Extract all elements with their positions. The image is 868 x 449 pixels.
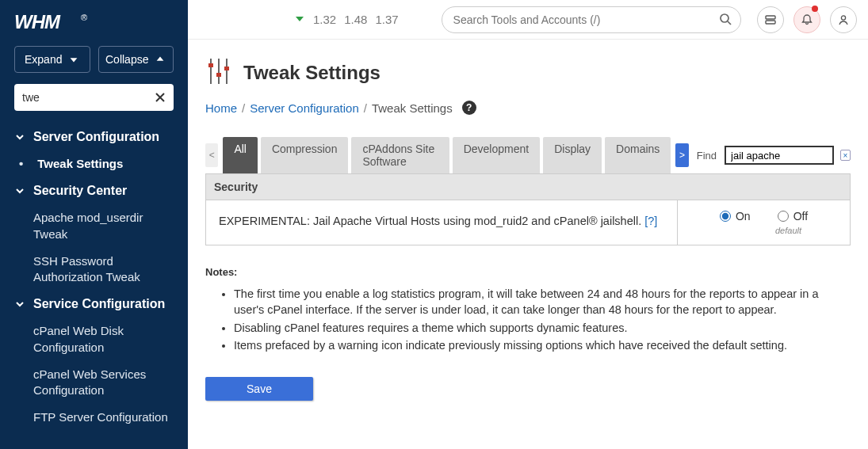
- note-item: The first time you enable a log statisti…: [234, 286, 851, 318]
- tab-cpaddons-site-software[interactable]: cPAddons Site Software: [351, 137, 449, 173]
- arrow-down-icon: [68, 54, 79, 65]
- svg-rect-11: [224, 67, 229, 70]
- radio-off-input[interactable]: [778, 211, 789, 222]
- note-item: Items prefaced by a warning icon indicat…: [234, 337, 851, 353]
- setting-text: EXPERIMENTAL: Jail Apache Virtual Hosts …: [219, 215, 644, 227]
- expand-button[interactable]: Expand: [14, 46, 90, 73]
- radio-on[interactable]: On: [720, 210, 751, 223]
- chevron-down-icon: [14, 185, 25, 196]
- global-search-input[interactable]: [442, 6, 741, 33]
- tab-compression[interactable]: Compression: [261, 137, 348, 173]
- tab-all[interactable]: All: [223, 137, 258, 173]
- help-icon[interactable]: ?: [462, 101, 476, 115]
- load-1: 1.32: [313, 13, 336, 26]
- tab-domains[interactable]: Domains: [605, 137, 671, 173]
- arrow-up-icon: [155, 54, 166, 65]
- page-title: Tweak Settings: [243, 62, 380, 84]
- notification-dot: [812, 6, 818, 12]
- radio-off[interactable]: Off: [778, 210, 808, 223]
- setting-control: On Off default: [677, 200, 850, 245]
- load-5: 1.48: [344, 13, 367, 26]
- svg-point-5: [841, 15, 845, 19]
- load-15: 1.37: [375, 13, 398, 26]
- whm-logo: WHM ®: [14, 11, 94, 33]
- svg-rect-4: [766, 21, 775, 24]
- tab-display[interactable]: Display: [543, 137, 602, 173]
- nav-group-title[interactable]: Server Configuration: [0, 124, 188, 150]
- find-label: Find: [697, 150, 717, 162]
- on-label: On: [736, 210, 751, 223]
- chevron-down-icon: [14, 131, 25, 143]
- breadcrumb-server-config[interactable]: Server Configuration: [250, 101, 359, 115]
- svg-rect-9: [208, 63, 213, 67]
- svg-text:WHM: WHM: [14, 11, 61, 32]
- default-label: default: [775, 226, 801, 235]
- bell-icon: [801, 13, 813, 26]
- search-icon[interactable]: [719, 13, 732, 28]
- logo: WHM ®: [0, 0, 188, 41]
- notes-list: The first time you enable a log statisti…: [205, 286, 851, 353]
- expand-label: Expand: [25, 53, 62, 66]
- tabs-row: < AllCompressioncPAddons Site SoftwareDe…: [205, 137, 851, 173]
- user-icon: [837, 13, 850, 26]
- setting-help-link[interactable]: [?]: [644, 215, 657, 227]
- breadcrumb: Home / Server Configuration / Tweak Sett…: [205, 101, 851, 115]
- tabs-scroll-right[interactable]: >: [675, 143, 688, 167]
- find-input[interactable]: [725, 146, 834, 165]
- sidebar-nav: Server ConfigurationTweak SettingsSecuri…: [0, 124, 188, 447]
- content: Tweak Settings Home / Server Configurati…: [188, 40, 868, 449]
- account-button[interactable]: [830, 6, 857, 33]
- tabs: AllCompressioncPAddons Site SoftwareDeve…: [223, 137, 671, 173]
- svg-point-2: [721, 14, 728, 22]
- server-icon: [764, 13, 777, 26]
- svg-rect-10: [216, 73, 221, 77]
- note-item: Disabling cPanel features requires a the…: [234, 320, 851, 336]
- topbar: 1.32 1.48 1.37: [188, 0, 868, 40]
- setting-description: EXPERIMENTAL: Jail Apache Virtual Hosts …: [206, 200, 677, 245]
- notes-heading: Notes:: [205, 266, 851, 278]
- server-info-button[interactable]: [757, 6, 784, 33]
- breadcrumb-current: Tweak Settings: [372, 101, 453, 115]
- main: 1.32 1.48 1.37: [188, 0, 868, 449]
- find-clear-icon[interactable]: ×: [840, 150, 851, 161]
- collapse-label: Collapse: [105, 53, 148, 66]
- svg-text:®: ®: [81, 13, 87, 22]
- nav-item[interactable]: Tweak Settings: [0, 150, 188, 177]
- load-average: 1.32 1.48 1.37: [294, 13, 399, 26]
- section-header: Security: [205, 173, 851, 200]
- svg-rect-3: [766, 16, 775, 19]
- sidebar-search-input[interactable]: [14, 84, 174, 111]
- sliders-icon: [205, 55, 232, 89]
- notifications-button[interactable]: [793, 6, 820, 33]
- chevron-down-icon: [14, 299, 25, 310]
- setting-row: EXPERIMENTAL: Jail Apache Virtual Hosts …: [205, 200, 851, 245]
- tabs-scroll-left[interactable]: <: [205, 143, 218, 167]
- radio-on-input[interactable]: [720, 211, 731, 222]
- breadcrumb-home[interactable]: Home: [205, 101, 237, 115]
- nav-group-title[interactable]: Security Center: [0, 177, 188, 204]
- nav-item[interactable]: Apache mod_userdir Tweak: [0, 204, 188, 248]
- tab-development[interactable]: Development: [453, 137, 541, 173]
- nav-group-title[interactable]: Service Configuration: [0, 291, 188, 318]
- nav-item[interactable]: FTP Server Configuration: [0, 404, 188, 431]
- sidebar: WHM ® Expand Collapse Server Configurati…: [0, 0, 188, 449]
- nav-item[interactable]: SSH Password Authorization Tweak: [0, 248, 188, 291]
- off-label: Off: [793, 210, 808, 223]
- collapse-button[interactable]: Collapse: [98, 46, 174, 73]
- nav-item[interactable]: cPanel Web Disk Configuration: [0, 318, 188, 361]
- clear-icon[interactable]: [151, 89, 169, 106]
- nav-item[interactable]: cPanel Web Services Configuration: [0, 361, 188, 405]
- save-button[interactable]: Save: [205, 377, 313, 401]
- trend-down-icon: [294, 13, 305, 26]
